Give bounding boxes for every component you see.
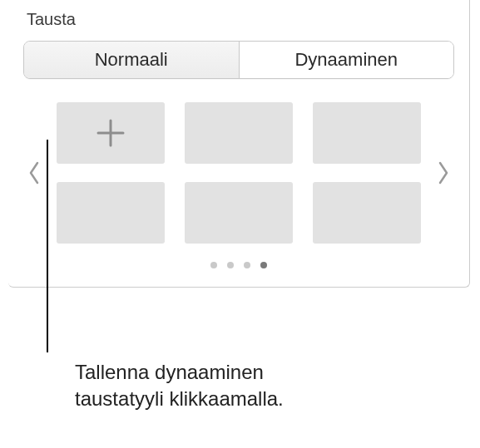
callout-text: Tallenna dynaaminen taustatyyli klikkaam… — [75, 359, 284, 413]
tab-dynamic[interactable]: Dynaaminen — [240, 42, 454, 78]
chevron-left-icon — [27, 161, 41, 185]
pagination-dot-active[interactable] — [260, 262, 267, 268]
background-thumbnail[interactable] — [313, 182, 421, 244]
background-panel: Tausta Normaali Dynaaminen — [8, 0, 470, 288]
tab-dynamic-label: Dynaaminen — [294, 49, 398, 71]
background-thumbnail[interactable] — [185, 182, 293, 244]
thumbnail-grid — [45, 102, 433, 244]
section-title: Tausta — [27, 10, 454, 29]
add-background-button[interactable] — [57, 102, 165, 164]
plus-icon — [93, 116, 128, 150]
pagination-dot[interactable] — [210, 262, 217, 268]
chevron-right-icon — [437, 161, 450, 185]
tab-normal[interactable]: Normaali — [24, 42, 240, 78]
pagination-dot[interactable] — [244, 262, 250, 268]
tab-normal-label: Normaali — [95, 49, 168, 71]
background-thumbnail[interactable] — [57, 182, 165, 244]
carousel-next-button[interactable] — [433, 140, 454, 206]
background-mode-segmented: Normaali Dynaaminen — [23, 41, 454, 79]
background-thumbnail[interactable] — [185, 102, 293, 164]
pagination-dots — [23, 262, 454, 268]
background-thumbnail[interactable] — [313, 102, 421, 164]
thumbnail-carousel — [23, 102, 454, 244]
pagination-dot[interactable] — [227, 262, 234, 268]
carousel-prev-button[interactable] — [23, 140, 45, 206]
